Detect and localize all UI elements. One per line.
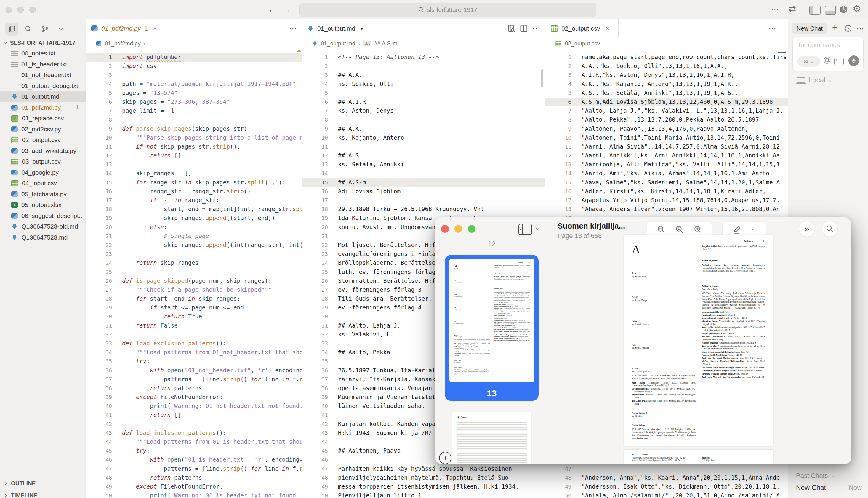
code-line[interactable]: 43def load_inclusion_patterns(): [86,429,302,437]
code-line[interactable]: 11 if not skip_pages_str.strip(): [86,142,302,151]
code-line[interactable]: 31 return False [86,321,302,330]
tab-02-output-csv[interactable]: 02_output.csv × [545,19,619,38]
tab-close-icon[interactable]: × [606,25,609,32]
breadcrumb[interactable]: 01_pdf2md.py › ... [86,37,302,50]
model-infinity-selector[interactable]: ∞⌄ [798,56,820,67]
swap-arrows-icon[interactable]: ⇄ [789,3,796,14]
code-line[interactable]: 46 with open("01_is_header.txt", 'r', en… [86,455,302,464]
markup-pencil-icon[interactable] [732,225,741,234]
code-line[interactable]: 8 [86,115,302,124]
mode-selector-local[interactable]: Local ⌄ [797,76,832,84]
chat-history-item[interactable]: New Chat Now [796,484,862,492]
file-row[interactable]: 01_pdf2md.py1 [0,102,86,113]
file-row[interactable]: X05_output.xlsx [0,199,86,210]
tab-01-output-md[interactable]: 01_output.md ● [302,19,373,38]
code-line[interactable]: 14"Aarto, Ami","ks. Äikiä, Armas",14,14,… [545,169,788,178]
pane-more-actions-icon[interactable]: ⋯ [532,24,540,33]
code-line[interactable]: 26def is_page_skipped(page_num, skip_ran… [86,277,302,286]
code-line[interactable]: 19 skip_ranges.append((start, end)) [86,214,302,223]
code-line[interactable]: 17 [302,196,545,205]
preview-sidebar-toggle-icon[interactable] [518,224,532,235]
code-line[interactable]: 6skip_pages = "273–306, 387–394" [86,97,302,106]
zoom-actual-size-icon[interactable]: 1 [675,225,684,234]
toggle-left-panel-icon[interactable] [809,5,820,14]
code-line[interactable]: 16"Adler, Kirsti",ks. Kirsti,14,14,1,10,… [545,187,788,196]
code-line[interactable]: 17Agapetus,Yrjö Viljo Soini,14,15,188,76… [545,196,788,205]
code-line[interactable]: 34 """Load patterns from 01_not_header.t… [86,348,302,357]
code-line[interactable]: 25 [86,268,302,277]
code-line[interactable]: 9## A.K. [302,124,545,133]
history-clock-icon[interactable] [844,24,852,32]
extensions-cube-icon[interactable] [839,5,849,14]
code-line[interactable]: 47Parhaiten kaikki käy hyvässä sovussa. … [302,464,545,473]
pdf-preview-window[interactable]: Suomen kirjailija... Page 13 of 658 1 » … [435,217,851,464]
pane-more-actions-icon[interactable]: ⋯ [289,24,297,33]
open-preview-icon[interactable] [507,24,515,32]
pane-more-actions-icon[interactable]: ⋯ [768,24,776,33]
code-line[interactable]: 47 patterns = [line.strip() for line in … [86,464,302,473]
file-row[interactable]: Q136647528.md [0,232,86,243]
dirty-dot-icon[interactable]: ● [361,26,363,31]
code-line[interactable]: 10"Aaltonen, Toini",Toini Maria Autio,13… [545,133,788,142]
file-row[interactable]: 01_is_header.txt [0,59,86,70]
file-row[interactable]: 03_output.csv [0,156,86,167]
titlebar-more-icon[interactable]: ⋯ [771,5,779,14]
thumbnail-selected[interactable]: Aaltonen13AA.A.ks. Soikio, OlliA.I.Rks. … [445,255,539,401]
search-input[interactable]: sls-forfattare-1917 [299,3,596,17]
file-row[interactable]: 05_fetchstats.py [0,189,86,200]
code-editor[interactable]: 1import pdfplumber2import csv34path = "m… [86,50,302,498]
file-row[interactable]: 01_output_debug.txt [0,81,86,92]
code-line[interactable]: 2import csv [86,62,302,70]
code-line[interactable]: 1name,aka,page_start,page_end,row_count,… [545,53,788,62]
code-line[interactable]: 49 except FileNotFoundError: [86,482,302,491]
file-row[interactable]: 01_replace.csv [0,113,86,124]
code-line[interactable]: 10ks. Kajanto, Antero [302,133,545,142]
mention-at-icon[interactable]: @ [823,55,831,65]
chat-input-card[interactable]: for commands ∞⌄ @ [792,37,864,71]
breadcrumb[interactable]: 02_output.csv [545,37,788,50]
code-line[interactable]: 9def parse_skip_pages(skip_pages_str): [86,124,302,133]
code-line[interactable]: 1import pdfplumber [86,53,302,62]
chevron-down-icon[interactable] [535,226,540,232]
code-line[interactable]: 11 [302,142,545,151]
code-line[interactable]: 24 return skip_ranges [86,259,302,267]
file-row[interactable]: 02_output.csv [0,134,86,146]
traffic-close-button[interactable] [5,6,12,13]
outline-section[interactable]: OUTLINE [3,480,36,487]
file-row[interactable]: 02_md2csv.py [0,124,86,135]
code-line[interactable]: 29 if start <= page_num <= end: [86,303,302,312]
code-line[interactable]: 15## A.S-m [302,178,545,187]
expand-toolbar-icon[interactable]: » [799,221,815,237]
code-line[interactable]: 4A.K.,"ks. Kajanto, Antero",13,13,1,19,1… [545,80,788,89]
code-line[interactable]: 14 skip_ranges = [] [86,169,302,178]
code-line[interactable]: 18"Ahava, Anders Iivar",v:een 1907 Winte… [545,205,788,214]
add-page-button[interactable]: + [439,452,451,464]
code-line[interactable]: 23 [86,250,302,259]
source-control-icon[interactable] [39,23,52,36]
code-line[interactable]: 13 [86,160,302,169]
code-line[interactable]: 10 """Parse skip_pages string into a lis… [86,133,302,142]
settings-gear-icon[interactable]: ⚙ [853,3,861,14]
code-line[interactable]: 16Adi Lovisa Sjöblom [302,187,545,196]
code-line[interactable]: 2 [302,62,545,70]
zoom-out-icon[interactable] [657,225,666,234]
code-line[interactable]: 47 [545,464,788,473]
sidebar-search-icon[interactable] [22,23,35,36]
file-row[interactable]: 06_suggest_descript... [0,210,86,221]
split-editor-icon[interactable] [520,24,528,32]
code-line[interactable]: 21 # Single page [86,232,302,241]
code-line[interactable]: 48pienviljelysaiheinen näytelmä. Tapahtu… [302,473,545,482]
code-line[interactable]: 49messa torpparien itsenäistymisen jälke… [302,482,545,491]
code-line[interactable]: 4path = "material/Suomen kirjailijat 191… [86,80,302,89]
code-line[interactable]: 2A.A.,"ks. Soikio, Olli",13,13,1,16,1,A.… [545,62,788,70]
code-line[interactable]: 18 start, end = map[int](int, range_str.… [86,205,302,214]
code-line[interactable]: 3A.I.R,"ks. Aston, Denys",13,13,1,16,1,A… [545,70,788,79]
file-row[interactable]: 01_output.md [0,91,86,102]
code-line[interactable]: 50"Aniala, Aino /salanimi/",,20,20,1,51,… [545,491,788,498]
traffic-zoom-button[interactable] [29,6,36,13]
code-line[interactable]: 27 """Check if a page should be skipped"… [86,286,302,294]
code-line[interactable]: 1829.3.1898 Turku — 26.5.1968 Kruunupyy.… [302,205,545,214]
code-line[interactable]: 45 try: [86,446,302,455]
breadcrumb[interactable]: 01_output.md › abc ## A.S-m [302,37,545,50]
code-line[interactable]: 15"Aava, Salme","ks. Sadeniemi, Salme",1… [545,178,788,187]
